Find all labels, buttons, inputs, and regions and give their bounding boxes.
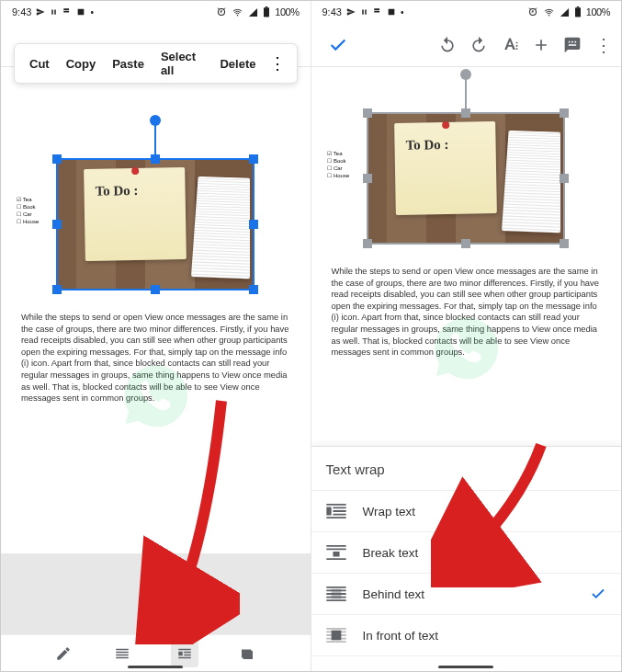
battery-level: 100% <box>586 6 610 17</box>
text-format-icon[interactable] <box>496 31 524 59</box>
toolbar: ⋮ <box>311 23 622 67</box>
selected-image[interactable]: To Do : Tea Book Car House <box>57 159 254 290</box>
resize-handle[interactable] <box>52 285 62 294</box>
signal-icon <box>248 7 258 17</box>
svg-rect-1 <box>264 7 269 17</box>
break-text-icon <box>326 545 346 560</box>
paste-button[interactable]: Paste <box>105 51 152 76</box>
resize-handle[interactable] <box>461 108 470 118</box>
pause-icon <box>360 7 368 17</box>
svg-rect-5 <box>577 6 579 7</box>
layers-icon <box>373 7 382 17</box>
status-bar: 9:43 • 100% <box>311 1 622 23</box>
left-screenshot: 9:43 • <box>1 1 311 671</box>
resize-handle[interactable] <box>249 154 258 164</box>
resize-handle[interactable] <box>461 239 470 248</box>
copy-button[interactable]: Copy <box>59 51 104 76</box>
context-menu: Cut Copy Paste Select all Delete ⋮ <box>14 43 298 84</box>
resize-handle[interactable] <box>363 239 372 248</box>
alarm-icon <box>216 6 227 17</box>
resize-handle[interactable] <box>151 285 160 294</box>
resize-handle[interactable] <box>52 220 62 229</box>
keyboard-area-collapsed <box>1 553 311 634</box>
image-icon <box>76 7 85 17</box>
nav-pill[interactable] <box>128 666 183 668</box>
resize-handle[interactable] <box>52 154 62 164</box>
svg-point-3 <box>548 14 549 15</box>
pause-icon <box>50 7 58 17</box>
right-screenshot: 9:43 • 100% <box>311 1 622 671</box>
selected-image[interactable]: To Do : Tea Book Car House <box>368 113 564 244</box>
battery-level: 100% <box>275 6 299 17</box>
body-text: While the steps to send or open View onc… <box>311 244 622 359</box>
behind-text-option[interactable]: Behind text <box>311 574 622 615</box>
alarm-icon <box>527 6 538 17</box>
undo-icon[interactable] <box>434 31 461 59</box>
svg-rect-7 <box>331 631 341 641</box>
resize-handle[interactable] <box>151 154 160 164</box>
redo-icon[interactable] <box>465 31 492 59</box>
body-text: While the steps to send or open View onc… <box>1 290 311 404</box>
wifi-icon <box>543 7 555 17</box>
resize-handle[interactable] <box>363 174 372 183</box>
cut-button[interactable]: Cut <box>22 51 57 76</box>
text-wrap-panel: Text wrap Wrap text Break text Behind te… <box>311 446 622 671</box>
wrap-text-icon <box>326 504 346 518</box>
resize-handle[interactable] <box>249 285 258 294</box>
context-menu-more-icon[interactable]: ⋮ <box>266 50 289 77</box>
add-icon[interactable] <box>527 31 555 59</box>
resize-handle[interactable] <box>560 239 569 248</box>
image-icon <box>387 7 396 17</box>
svg-rect-4 <box>575 7 581 17</box>
layers-icon <box>62 7 72 17</box>
option-label: In front of text <box>363 629 439 643</box>
send-icon <box>36 7 45 17</box>
nav-pill[interactable] <box>438 666 493 668</box>
status-time: 9:43 <box>12 6 31 17</box>
image-replace-icon[interactable] <box>237 644 257 664</box>
done-check-icon[interactable] <box>321 23 356 67</box>
text-wrap-icon[interactable] <box>171 640 198 667</box>
image-edit-toolbar <box>1 634 311 671</box>
rotate-handle[interactable] <box>460 69 471 80</box>
front-text-icon <box>326 628 346 643</box>
battery-icon <box>263 6 270 17</box>
status-bar: 9:43 • <box>1 1 311 23</box>
svg-rect-2 <box>266 6 267 7</box>
option-label: Break text <box>363 546 419 560</box>
behind-text-icon <box>326 587 346 601</box>
break-text-option[interactable]: Break text <box>311 532 622 574</box>
option-label: Behind text <box>363 587 425 601</box>
resize-handle[interactable] <box>560 174 569 183</box>
in-front-of-text-option[interactable]: In front of text <box>311 615 622 656</box>
panel-title: Text wrap <box>311 447 622 491</box>
resize-handle[interactable] <box>249 220 258 229</box>
send-icon <box>346 7 356 17</box>
checklist: Tea Book Car House <box>17 196 39 225</box>
select-all-button[interactable]: Select all <box>153 44 211 83</box>
rotate-handle[interactable] <box>150 115 161 126</box>
signal-icon <box>560 7 570 17</box>
checklist: Tea Book Car House <box>327 150 349 179</box>
resize-handle[interactable] <box>363 108 372 118</box>
comment-icon[interactable] <box>559 31 586 59</box>
check-icon <box>590 586 606 602</box>
wrap-text-option[interactable]: Wrap text <box>311 491 622 532</box>
status-time: 9:43 <box>322 6 342 17</box>
option-label: Wrap text <box>363 505 416 518</box>
edit-icon[interactable] <box>53 644 74 664</box>
battery-icon <box>574 6 582 17</box>
justify-icon[interactable] <box>112 644 132 664</box>
more-icon[interactable]: ⋮ <box>590 31 617 59</box>
delete-button[interactable]: Delete <box>212 51 263 76</box>
wifi-icon <box>232 7 243 17</box>
resize-handle[interactable] <box>560 108 569 118</box>
svg-point-0 <box>237 14 238 15</box>
